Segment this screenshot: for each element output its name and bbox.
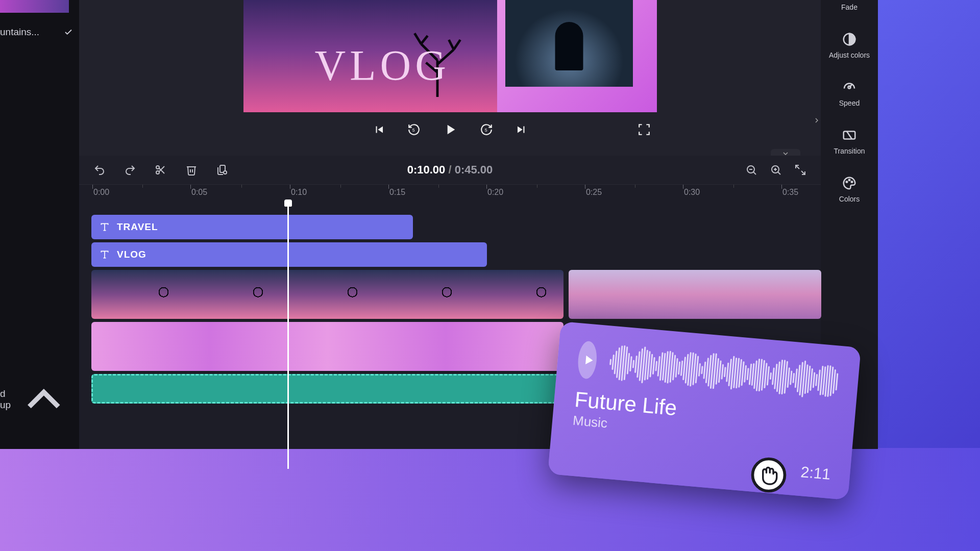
play-button[interactable]: [442, 121, 458, 138]
video-clip-2[interactable]: [569, 270, 821, 319]
svg-point-27: [851, 181, 853, 183]
fullscreen-button[interactable]: [638, 123, 651, 136]
adjust-colors-tool[interactable]: Adjust colors: [829, 32, 870, 59]
split-button[interactable]: [155, 164, 167, 176]
fade-tool[interactable]: Fade: [841, 3, 857, 11]
colors-tool[interactable]: Colors: [839, 176, 860, 203]
total-time: 0:45.00: [455, 163, 493, 176]
grab-cursor-icon: [750, 457, 787, 493]
svg-text:5: 5: [412, 128, 414, 133]
svg-text:5: 5: [484, 128, 487, 133]
time-display: 0:10.00 / 0:45.00: [407, 163, 493, 177]
text-icon: [100, 222, 110, 232]
preview-title-text: VLOG: [315, 41, 450, 90]
ruler-tick: 0:25: [586, 188, 602, 197]
current-time: 0:10.00: [407, 163, 446, 176]
ruler-tick: 0:00: [93, 188, 109, 197]
audio-preview-play-button[interactable]: [577, 340, 598, 380]
svg-point-26: [849, 180, 850, 181]
text-clip-label: TRAVEL: [117, 221, 158, 233]
svg-line-24: [847, 132, 852, 139]
transition-tool[interactable]: Transition: [834, 128, 865, 155]
rewind-5-button[interactable]: 5: [407, 123, 421, 136]
svg-line-16: [801, 171, 805, 174]
text-icon: [100, 249, 110, 260]
ruler-tick: 0:35: [782, 188, 798, 197]
timeline-ruler[interactable]: 0:00 0:05 0:10 0:15 0:20 0:25 0:30 0:35: [79, 184, 821, 204]
media-thumbnail[interactable]: [0, 0, 69, 13]
ruler-tick: 0:15: [389, 188, 405, 197]
media-sidebar: untains... d up: [0, 0, 79, 449]
ruler-tick: 0:10: [291, 188, 307, 197]
preview-panel: VLOG 5 5: [79, 0, 821, 156]
audio-clip-placeholder[interactable]: [91, 374, 564, 404]
media-item-dup[interactable]: d up: [0, 370, 73, 429]
collapse-right-panel[interactable]: [813, 115, 821, 126]
undo-button[interactable]: [93, 164, 106, 176]
picture-in-picture[interactable]: [505, 0, 633, 87]
svg-line-12: [778, 172, 780, 174]
duplicate-button[interactable]: [216, 164, 228, 176]
skip-forward-button[interactable]: [514, 123, 528, 136]
timeline-toolbar: 0:10.00 / 0:45.00: [79, 156, 821, 184]
ruler-tick: 0:20: [487, 188, 503, 197]
text-clip-label: VLOG: [117, 249, 146, 260]
speedometer-icon: [842, 80, 857, 95]
fit-zoom-button[interactable]: [794, 164, 806, 176]
forward-5-button[interactable]: 5: [480, 123, 493, 136]
media-item-label: d up: [0, 388, 15, 411]
preview-canvas[interactable]: VLOG: [243, 0, 657, 112]
audio-waveform: [608, 344, 839, 400]
speed-tool[interactable]: Speed: [839, 80, 860, 107]
tool-label: Fade: [841, 3, 857, 11]
chevron-up-icon: [15, 370, 73, 429]
zoom-out-button[interactable]: [745, 164, 757, 176]
tool-label: Colors: [839, 195, 860, 203]
transition-icon: [842, 128, 857, 143]
media-item-mountains[interactable]: untains...: [0, 27, 73, 38]
svg-line-9: [753, 172, 756, 174]
delete-button[interactable]: [185, 164, 198, 176]
ruler-tick: 0:30: [684, 188, 700, 197]
tool-label: Transition: [834, 147, 865, 155]
audio-asset-card[interactable]: Future Life Music 2:11: [548, 321, 861, 500]
tool-label: Adjust colors: [829, 51, 870, 59]
skip-back-button[interactable]: [373, 123, 386, 136]
tool-label: Speed: [839, 99, 860, 107]
text-clip-vlog[interactable]: VLOG: [91, 242, 487, 267]
text-clip-travel[interactable]: TRAVEL: [91, 215, 413, 239]
video-clip-1[interactable]: [91, 270, 564, 319]
media-item-label: untains...: [0, 27, 39, 38]
checkmark-icon: [64, 28, 73, 37]
ruler-tick: 0:05: [191, 188, 207, 197]
time-separator: /: [448, 163, 451, 176]
palette-icon: [842, 176, 857, 191]
svg-line-15: [796, 165, 799, 169]
zoom-in-button[interactable]: [770, 164, 782, 176]
svg-point-25: [846, 181, 848, 183]
audio-duration: 2:11: [800, 463, 831, 483]
contrast-icon: [842, 32, 857, 47]
redo-button[interactable]: [124, 164, 136, 176]
overlay-clip[interactable]: [91, 322, 564, 371]
playhead[interactable]: [287, 204, 289, 469]
